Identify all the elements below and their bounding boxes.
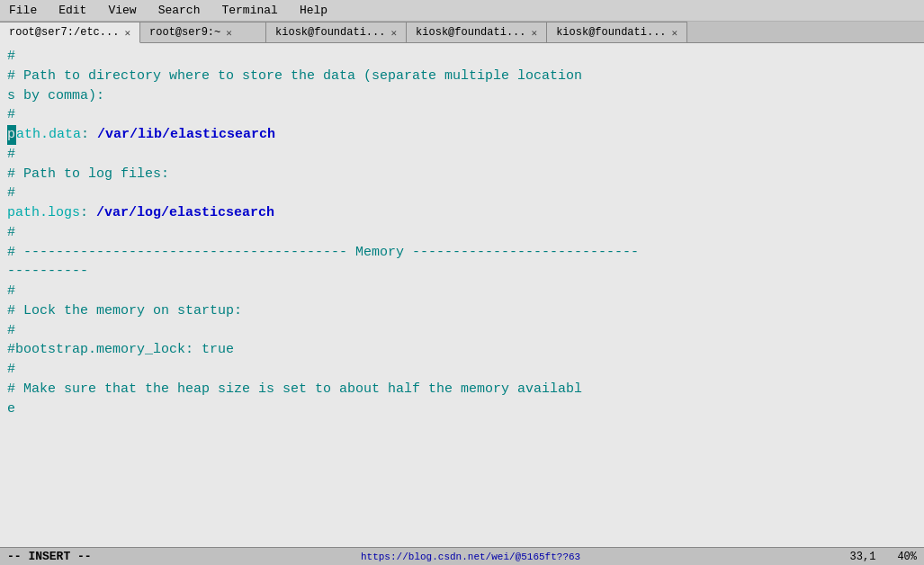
line-6: #: [7, 145, 917, 165]
menu-edit[interactable]: Edit: [53, 2, 92, 19]
status-bar: -- INSERT -- https://blog.csdn.net/wei/@…: [0, 547, 924, 565]
line-4: #: [7, 105, 917, 125]
line-14: # Lock the memory on startup:: [7, 301, 917, 321]
status-right: 33,1 40%: [850, 551, 917, 563]
menu-view[interactable]: View: [103, 2, 141, 19]
tab-0-close[interactable]: ✕: [124, 27, 130, 39]
tab-0-label: root@ser7:/etc...: [9, 26, 119, 39]
menu-help[interactable]: Help: [294, 2, 333, 19]
line-5: path.data: /var/lib/elasticsearch: [7, 125, 917, 145]
line-1: #: [7, 47, 917, 67]
line-10: #: [7, 223, 917, 243]
tab-4-close[interactable]: ✕: [672, 27, 678, 39]
status-url: https://blog.csdn.net/wei/@5165ft??63: [361, 552, 580, 562]
line-15: #: [7, 321, 917, 341]
tab-3-label: kiosk@foundati...: [416, 26, 525, 39]
tab-1-label: root@ser9:~: [149, 26, 220, 39]
terminal-window: File Edit View Search Terminal Help root…: [0, 0, 924, 565]
tab-1-close[interactable]: ✕: [226, 27, 232, 39]
tab-2-close[interactable]: ✕: [390, 27, 397, 39]
line-19: e: [7, 399, 917, 419]
tab-3-close[interactable]: ✕: [532, 27, 538, 39]
line-17: #: [7, 360, 917, 380]
line-9: path.logs: /var/log/elasticsearch: [7, 203, 917, 223]
tab-4-label: kiosk@foundati...: [556, 26, 666, 39]
line-7: # Path to log files:: [7, 165, 917, 184]
menu-file[interactable]: File: [4, 2, 42, 19]
tab-bar: root@ser7:/etc... ✕ root@ser9:~ ✕ kiosk@…: [0, 22, 924, 43]
tab-2[interactable]: kiosk@foundati... ✕: [266, 22, 407, 42]
line-2: # Path to directory where to store the d…: [7, 67, 917, 86]
line-16: #bootstrap.memory_lock: true: [7, 340, 917, 360]
insert-mode-label: -- INSERT --: [7, 550, 92, 563]
tab-2-label: kiosk@foundati...: [275, 26, 385, 39]
cursor-position: 33,1: [850, 551, 876, 563]
line-12: ----------: [7, 262, 917, 282]
menu-search[interactable]: Search: [153, 2, 206, 19]
cursor: p: [7, 125, 16, 145]
tab-4[interactable]: kiosk@foundati... ✕: [547, 22, 687, 42]
menu-terminal[interactable]: Terminal: [216, 2, 283, 19]
line-3: s by comma):: [7, 86, 917, 106]
line-8: #: [7, 184, 917, 203]
tab-1[interactable]: root@ser9:~ ✕: [140, 22, 266, 42]
tab-0[interactable]: root@ser7:/etc... ✕: [0, 22, 140, 43]
terminal-content[interactable]: # # Path to directory where to store the…: [0, 43, 924, 547]
line-18: # Make sure that the heap size is set to…: [7, 380, 917, 399]
line-13: #: [7, 282, 917, 301]
tab-3[interactable]: kiosk@foundati... ✕: [407, 22, 547, 42]
menu-bar: File Edit View Search Terminal Help: [0, 0, 924, 22]
scroll-percent: 40%: [897, 551, 917, 563]
line-11: # --------------------------------------…: [7, 243, 917, 263]
